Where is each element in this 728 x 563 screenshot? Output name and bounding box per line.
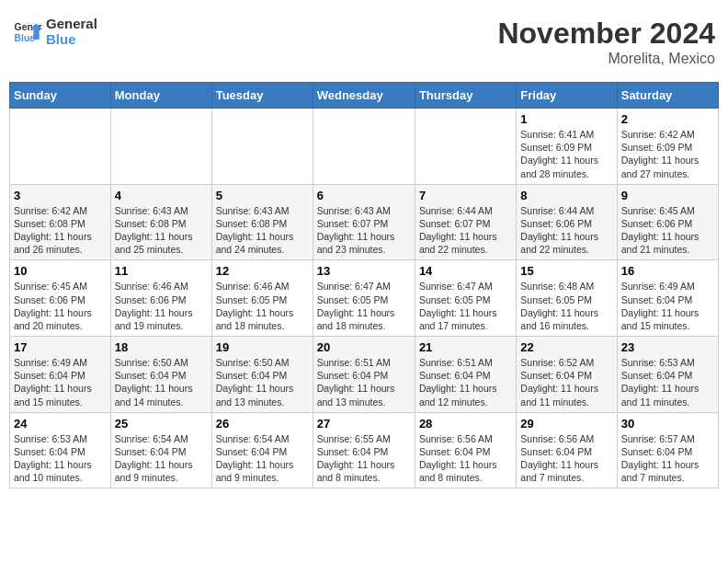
day-info: Sunrise: 6:54 AM Sunset: 6:04 PM Dayligh… — [216, 432, 309, 485]
day-number: 17 — [14, 340, 107, 354]
day-header-monday: Monday — [110, 83, 211, 109]
day-number: 28 — [419, 417, 512, 431]
calendar-cell: 27Sunrise: 6:55 AM Sunset: 6:04 PM Dayli… — [313, 412, 415, 488]
day-header-wednesday: Wednesday — [313, 83, 415, 109]
calendar-cell: 16Sunrise: 6:49 AM Sunset: 6:04 PM Dayli… — [617, 260, 718, 337]
day-info: Sunrise: 6:50 AM Sunset: 6:04 PM Dayligh… — [216, 356, 309, 408]
day-number: 8 — [520, 189, 612, 202]
day-number: 7 — [419, 189, 512, 202]
day-number: 13 — [317, 264, 411, 278]
calendar-cell: 12Sunrise: 6:46 AM Sunset: 6:05 PM Dayli… — [211, 260, 313, 337]
calendar-week-3: 10Sunrise: 6:45 AM Sunset: 6:06 PM Dayli… — [10, 260, 719, 337]
day-number: 14 — [419, 264, 512, 278]
title-section: November 2024 Morelita, Mexico — [497, 17, 715, 67]
day-number: 20 — [317, 340, 411, 354]
day-number: 10 — [14, 264, 107, 278]
calendar-cell: 25Sunrise: 6:54 AM Sunset: 6:04 PM Dayli… — [110, 412, 211, 488]
calendar-cell — [110, 109, 211, 185]
calendar-table: SundayMondayTuesdayWednesdayThursdayFrid… — [9, 82, 719, 488]
calendar-cell: 17Sunrise: 6:49 AM Sunset: 6:04 PM Dayli… — [10, 337, 111, 413]
day-number: 5 — [216, 189, 309, 202]
day-info: Sunrise: 6:54 AM Sunset: 6:04 PM Dayligh… — [115, 432, 208, 485]
page-header: General Blue General Blue November 2024 … — [9, 9, 719, 75]
day-header-friday: Friday — [517, 83, 617, 109]
day-number: 11 — [115, 264, 208, 278]
calendar-cell — [211, 109, 313, 185]
day-info: Sunrise: 6:47 AM Sunset: 6:05 PM Dayligh… — [317, 280, 411, 332]
day-info: Sunrise: 6:50 AM Sunset: 6:04 PM Dayligh… — [115, 356, 208, 408]
calendar-cell: 5Sunrise: 6:43 AM Sunset: 6:08 PM Daylig… — [211, 184, 313, 260]
day-info: Sunrise: 6:47 AM Sunset: 6:05 PM Dayligh… — [419, 280, 512, 332]
day-number: 9 — [621, 189, 714, 202]
calendar-cell: 29Sunrise: 6:56 AM Sunset: 6:04 PM Dayli… — [517, 412, 617, 488]
day-number: 24 — [14, 417, 107, 431]
day-info: Sunrise: 6:42 AM Sunset: 6:08 PM Dayligh… — [14, 204, 107, 257]
day-number: 19 — [216, 340, 309, 354]
calendar-week-2: 3Sunrise: 6:42 AM Sunset: 6:08 PM Daylig… — [10, 184, 719, 260]
calendar-week-4: 17Sunrise: 6:49 AM Sunset: 6:04 PM Dayli… — [10, 337, 719, 413]
calendar-cell: 2Sunrise: 6:42 AM Sunset: 6:09 PM Daylig… — [617, 109, 718, 185]
calendar-week-1: 1Sunrise: 6:41 AM Sunset: 6:09 PM Daylig… — [10, 109, 719, 185]
day-info: Sunrise: 6:46 AM Sunset: 6:05 PM Dayligh… — [216, 280, 309, 332]
day-info: Sunrise: 6:56 AM Sunset: 6:04 PM Dayligh… — [419, 432, 512, 485]
day-info: Sunrise: 6:49 AM Sunset: 6:04 PM Dayligh… — [14, 356, 107, 408]
day-number: 23 — [621, 340, 714, 354]
day-number: 4 — [115, 189, 208, 202]
day-number: 15 — [520, 264, 612, 278]
day-number: 2 — [621, 112, 714, 126]
calendar-cell: 13Sunrise: 6:47 AM Sunset: 6:05 PM Dayli… — [313, 260, 415, 337]
calendar-cell: 18Sunrise: 6:50 AM Sunset: 6:04 PM Dayli… — [110, 337, 211, 413]
calendar-cell: 19Sunrise: 6:50 AM Sunset: 6:04 PM Dayli… — [211, 337, 313, 413]
day-header-tuesday: Tuesday — [211, 83, 313, 109]
calendar-cell: 11Sunrise: 6:46 AM Sunset: 6:06 PM Dayli… — [110, 260, 211, 337]
day-info: Sunrise: 6:43 AM Sunset: 6:08 PM Dayligh… — [216, 204, 309, 257]
day-number: 21 — [419, 340, 512, 354]
logo: General Blue General Blue — [13, 17, 97, 47]
day-number: 18 — [115, 340, 208, 354]
calendar-cell: 4Sunrise: 6:43 AM Sunset: 6:08 PM Daylig… — [110, 184, 211, 260]
calendar-cell: 24Sunrise: 6:53 AM Sunset: 6:04 PM Dayli… — [10, 412, 111, 488]
calendar-cell: 28Sunrise: 6:56 AM Sunset: 6:04 PM Dayli… — [415, 412, 516, 488]
day-number: 25 — [115, 417, 208, 431]
calendar-week-5: 24Sunrise: 6:53 AM Sunset: 6:04 PM Dayli… — [10, 412, 719, 488]
day-header-saturday: Saturday — [617, 83, 718, 109]
day-number: 1 — [520, 112, 612, 126]
day-info: Sunrise: 6:42 AM Sunset: 6:09 PM Dayligh… — [621, 128, 714, 180]
day-info: Sunrise: 6:45 AM Sunset: 6:06 PM Dayligh… — [621, 204, 714, 257]
day-header-sunday: Sunday — [10, 83, 111, 109]
calendar-cell — [313, 109, 415, 185]
day-info: Sunrise: 6:41 AM Sunset: 6:09 PM Dayligh… — [520, 128, 612, 180]
day-info: Sunrise: 6:44 AM Sunset: 6:07 PM Dayligh… — [419, 204, 512, 257]
calendar-cell: 23Sunrise: 6:53 AM Sunset: 6:04 PM Dayli… — [617, 337, 718, 413]
location: Morelita, Mexico — [497, 51, 715, 67]
calendar-cell: 7Sunrise: 6:44 AM Sunset: 6:07 PM Daylig… — [415, 184, 516, 260]
day-info: Sunrise: 6:56 AM Sunset: 6:04 PM Dayligh… — [520, 432, 612, 485]
calendar-cell: 30Sunrise: 6:57 AM Sunset: 6:04 PM Dayli… — [617, 412, 718, 488]
day-number: 29 — [520, 417, 612, 431]
svg-text:Blue: Blue — [15, 32, 36, 42]
calendar-cell — [415, 109, 516, 185]
day-info: Sunrise: 6:49 AM Sunset: 6:04 PM Dayligh… — [621, 280, 714, 332]
day-number: 30 — [621, 417, 714, 431]
calendar-header-row: SundayMondayTuesdayWednesdayThursdayFrid… — [10, 83, 719, 109]
day-header-thursday: Thursday — [415, 83, 516, 109]
calendar-cell: 21Sunrise: 6:51 AM Sunset: 6:04 PM Dayli… — [415, 337, 516, 413]
day-info: Sunrise: 6:57 AM Sunset: 6:04 PM Dayligh… — [621, 432, 714, 485]
day-info: Sunrise: 6:51 AM Sunset: 6:04 PM Dayligh… — [419, 356, 512, 408]
logo-icon: General Blue — [13, 17, 42, 47]
calendar-cell: 15Sunrise: 6:48 AM Sunset: 6:05 PM Dayli… — [517, 260, 617, 337]
day-info: Sunrise: 6:43 AM Sunset: 6:08 PM Dayligh… — [115, 204, 208, 257]
day-info: Sunrise: 6:45 AM Sunset: 6:06 PM Dayligh… — [14, 280, 107, 332]
day-number: 26 — [216, 417, 309, 431]
month-title: November 2024 — [497, 17, 715, 51]
calendar-cell: 1Sunrise: 6:41 AM Sunset: 6:09 PM Daylig… — [517, 109, 617, 185]
day-info: Sunrise: 6:51 AM Sunset: 6:04 PM Dayligh… — [317, 356, 411, 408]
calendar-cell: 22Sunrise: 6:52 AM Sunset: 6:04 PM Dayli… — [517, 337, 617, 413]
calendar-cell — [10, 109, 111, 185]
day-number: 3 — [14, 189, 107, 202]
calendar-cell: 3Sunrise: 6:42 AM Sunset: 6:08 PM Daylig… — [10, 184, 111, 260]
logo-text-blue: Blue — [46, 32, 97, 48]
day-info: Sunrise: 6:53 AM Sunset: 6:04 PM Dayligh… — [621, 356, 714, 408]
day-info: Sunrise: 6:43 AM Sunset: 6:07 PM Dayligh… — [317, 204, 411, 257]
calendar-cell: 9Sunrise: 6:45 AM Sunset: 6:06 PM Daylig… — [617, 184, 718, 260]
